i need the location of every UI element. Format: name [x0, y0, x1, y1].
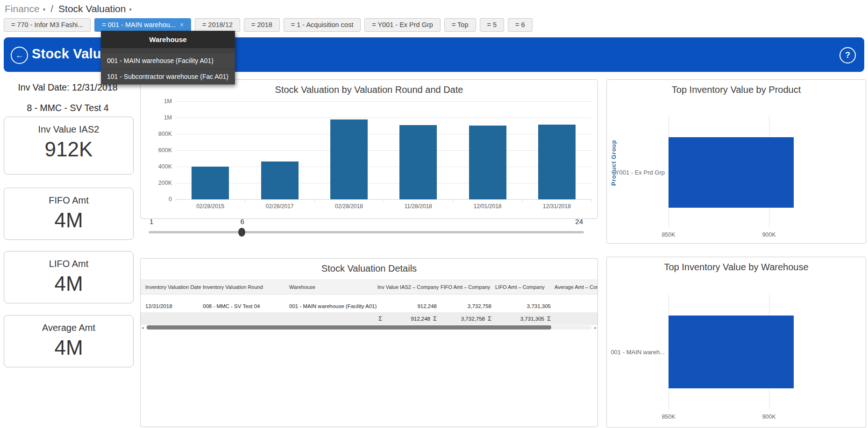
dashboard-stage: Finance ▾ / Stock Valuation ▾ = 770 - In… — [0, 0, 868, 428]
bar[interactable] — [399, 125, 437, 199]
table-header-cell[interactable]: Inventory Valuation Round — [203, 280, 289, 294]
y-axis-label: 800K — [145, 131, 172, 137]
table-header-row: Inventory Valuation DateInventory Valuat… — [141, 280, 598, 295]
category-label: Y001 - Ex Prd Grp — [611, 169, 665, 176]
kpi-value: 4M — [4, 209, 133, 232]
gridline — [176, 150, 591, 151]
chart-title: Stock Valuation by Valuation Round and D… — [141, 84, 598, 95]
slider-max-label: 24 — [575, 218, 583, 225]
time-window-slider: 1 6 24 — [149, 218, 584, 238]
x-axis-label: 12/31/2018 — [524, 203, 590, 210]
filter-chip-label: = 2018/12 — [202, 19, 233, 31]
breadcrumb-page[interactable]: Stock Valuation — [58, 3, 126, 14]
table-totals-cell — [145, 313, 203, 325]
table-horizontal-scrollbar: ◂ ▸ — [141, 325, 598, 330]
table-cell: 12/31/2018 — [145, 300, 203, 312]
back-icon[interactable]: ← — [11, 47, 28, 64]
chevron-down-icon[interactable]: ▾ — [43, 5, 46, 13]
table-cell: 001 - MAIN warehouse (Facility A01) — [289, 300, 377, 312]
y-axis-label: 200K — [145, 180, 172, 186]
x-axis-label: 850K — [650, 232, 687, 238]
dropdown-item[interactable]: 001 - MAIN warehouse (Facility A01) — [101, 53, 235, 69]
gridline — [176, 118, 591, 118]
y-axis-label: 1M — [145, 98, 172, 105]
kpi-value: 4M — [4, 336, 133, 359]
scroll-left-icon[interactable]: ◂ — [142, 325, 144, 330]
kpi-card[interactable]: LIFO Amt4M — [4, 251, 134, 303]
scrollbar-track[interactable] — [147, 325, 591, 330]
y-axis-label: 1M — [145, 114, 172, 121]
axis-tick — [522, 199, 523, 202]
y-axis-label: 400K — [145, 163, 172, 170]
dropdown-title: Warehouse — [101, 31, 235, 48]
axis-tick — [245, 199, 245, 202]
axis-tick — [314, 199, 315, 202]
filter-chip[interactable]: = 1 - Acquisition cost — [284, 18, 361, 32]
table-title: Stock Valuation Details — [141, 263, 598, 274]
total-value: 912,248 — [411, 313, 430, 325]
kpi-label: LIFO Amt — [4, 259, 133, 269]
gridline — [176, 101, 591, 102]
slider-current-label: 6 — [240, 218, 244, 225]
total-value: 3,731,305 — [520, 313, 544, 325]
table-cell: 3,731,305 — [495, 300, 555, 312]
table-header-cell[interactable]: FIFO Amt – Company — [441, 280, 495, 294]
table-header-cell[interactable]: Warehouse — [289, 280, 377, 294]
axis-tick — [384, 199, 384, 202]
slider-handle[interactable] — [238, 228, 245, 237]
kpi-card[interactable]: Inv Value IAS2912K — [4, 117, 134, 175]
warehouse-filter-dropdown: Warehouse 001 - MAIN warehouse (Facility… — [101, 31, 235, 84]
gridline — [176, 183, 591, 183]
table-header-cell[interactable]: Inventory Valuation Date — [145, 280, 203, 294]
filter-chip[interactable]: = Y001 - Ex Prd Grp — [364, 18, 441, 32]
filter-chip[interactable]: = 2018/12 — [195, 18, 240, 32]
filter-chip-label: = 1 - Acquisition cost — [291, 19, 353, 31]
filter-chip[interactable]: = 2018 — [244, 18, 280, 32]
chart-title: Top Inventory Value by Warehouse — [607, 262, 866, 273]
filter-chip[interactable]: = 001 - MAIN warehou...× — [94, 18, 191, 32]
dropdown-item[interactable]: 101 - Subcontractor warehouse (Fac A01) — [101, 69, 235, 84]
sigma-icon: Σ — [544, 313, 554, 325]
filter-chip[interactable]: = 6 — [508, 18, 533, 32]
kpi-card[interactable]: FIFO Amt4M — [4, 188, 134, 240]
chart-title: Top Inventory Value by Product — [607, 84, 866, 95]
bar[interactable] — [469, 126, 506, 199]
x-axis-label: 900K — [750, 414, 788, 420]
top-inventory-product-panel: Top Inventory Value by Product Product G… — [606, 79, 866, 244]
hbar-plot-area: 850K900K — [669, 115, 860, 227]
table-cell: 912,248 — [377, 300, 441, 312]
kpi-value: 4M — [4, 272, 133, 295]
bar[interactable] — [669, 316, 794, 388]
bar[interactable] — [192, 167, 229, 199]
table-cell — [555, 300, 598, 312]
table-totals-cell — [289, 313, 377, 325]
filter-chip[interactable]: = Top — [444, 18, 476, 32]
stock-valuation-chart-panel: Stock Valuation by Valuation Round and D… — [140, 79, 598, 219]
breadcrumb-section[interactable]: Finance — [5, 3, 40, 14]
y-axis-title: Product Group — [610, 124, 617, 201]
axis-tick — [176, 199, 176, 202]
scrollbar-thumb[interactable] — [147, 325, 551, 330]
slider-min-label: 1 — [149, 218, 153, 225]
bar[interactable] — [261, 161, 299, 199]
filter-chip[interactable]: = 770 - Infor M3 Fashi... — [4, 18, 91, 32]
table-header-cell[interactable]: Average Amt – Company — [555, 280, 598, 294]
axis-tick — [591, 199, 592, 202]
bar[interactable] — [538, 125, 576, 199]
table-header-cell[interactable]: LIFO Amt – Company — [495, 280, 555, 294]
table-header-cell[interactable]: Inv Value IAS2 – Company — [377, 280, 441, 294]
x-axis-label: 850K — [650, 414, 687, 420]
slider-track[interactable] — [149, 231, 584, 233]
help-icon[interactable]: ? — [840, 47, 856, 63]
bar[interactable] — [669, 137, 794, 208]
filter-chip[interactable]: = 5 — [480, 18, 505, 32]
chip-close-icon[interactable]: × — [180, 19, 184, 31]
bar[interactable] — [330, 119, 368, 199]
x-axis-label: 02/28/2018 — [316, 203, 382, 210]
kpi-card[interactable]: Average Amt4M — [4, 315, 134, 367]
y-axis-label: 600K — [145, 147, 172, 154]
chevron-down-icon[interactable]: ▾ — [129, 5, 132, 13]
x-axis-label: 02/28/2017 — [247, 203, 313, 210]
hbar-plot-area: 850K900K — [669, 295, 860, 409]
scroll-right-icon[interactable]: ▸ — [594, 325, 597, 330]
